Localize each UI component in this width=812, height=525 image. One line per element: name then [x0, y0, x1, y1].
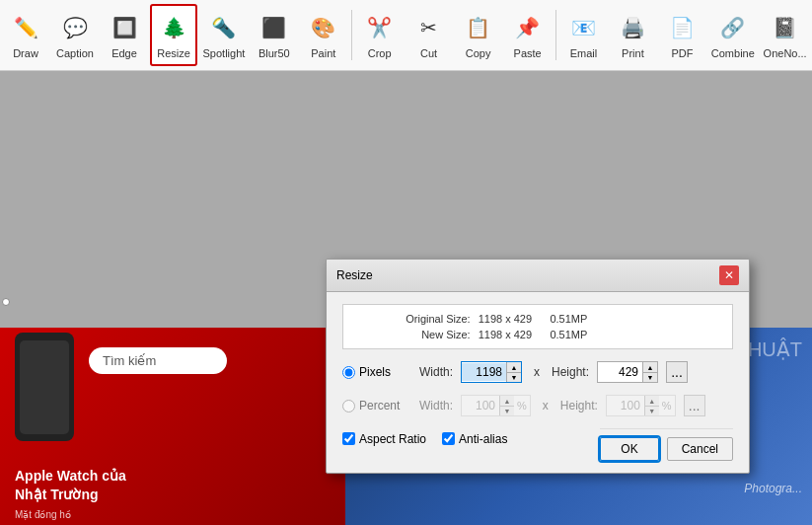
toolbar-item-pdf[interactable]: 📄 PDF — [658, 4, 705, 66]
percent-height-spin: ▲ ▼ % — [606, 395, 676, 416]
toolbar-label-crop: Crop — [368, 47, 392, 59]
height-input[interactable] — [598, 363, 642, 381]
toolbar-label-resize: Resize — [157, 47, 190, 59]
pixels-radio[interactable] — [342, 366, 355, 379]
toolbar-label-edge: Edge — [111, 47, 137, 59]
toolbar-item-blur50[interactable]: ⬛ Blur50 — [251, 4, 298, 66]
toolbar-item-draw[interactable]: ✏️ Draw — [2, 4, 49, 66]
pixels-dots-button[interactable]: ... — [666, 361, 688, 383]
anti-alias-text: Anti-alias — [459, 432, 507, 446]
dialog-body: Original Size: 1198 x 429 0.51MP New Siz… — [327, 292, 749, 473]
dialog-overlay: Resize ✕ Original Size: 1198 x 429 0.51M… — [0, 71, 812, 525]
width-spin-down[interactable]: ▼ — [507, 372, 521, 382]
separator-1 — [351, 10, 352, 60]
dialog-footer: OK Cancel — [600, 428, 733, 461]
percent-unit-1: % — [514, 400, 530, 412]
toolbar-item-paint[interactable]: 🎨 Paint — [300, 4, 347, 66]
toolbar-item-email[interactable]: 📧 Email — [559, 4, 607, 66]
percent-height-input — [607, 397, 644, 414]
percent-width-spin-buttons: ▲ ▼ — [499, 396, 514, 415]
percent-width-input — [462, 397, 499, 414]
pixels-label: Pixels — [359, 365, 391, 379]
toolbar-item-onenote[interactable]: 📓 OneNo... — [760, 4, 810, 66]
toolbar-label-draw: Draw — [13, 47, 38, 59]
height-spin-up[interactable]: ▲ — [643, 362, 657, 372]
toolbar-label-onenote: OneNo... — [764, 47, 807, 59]
toolbar-item-spotlight[interactable]: 🔦 Spotlight — [199, 4, 249, 66]
spotlight-icon: 🔦 — [208, 12, 240, 43]
info-section: Original Size: 1198 x 429 0.51MP New Siz… — [342, 304, 733, 349]
height-spin-down[interactable]: ▼ — [643, 372, 657, 382]
width-spin-up[interactable]: ▲ — [507, 362, 521, 372]
toolbar-label-caption: Caption — [56, 47, 94, 59]
separator-2 — [555, 10, 556, 60]
toolbar-item-combine[interactable]: 🔗 Combine — [707, 4, 758, 66]
onenote-icon: 📓 — [770, 12, 801, 43]
x-separator: x — [534, 365, 540, 379]
width-input[interactable] — [462, 363, 506, 381]
dialog-close-button[interactable]: ✕ — [719, 265, 739, 285]
toolbar-item-print[interactable]: 🖨️ Print — [609, 4, 656, 66]
toolbar-item-cut[interactable]: ✂ Cut — [406, 4, 453, 66]
percent-radio[interactable] — [342, 400, 355, 412]
toolbar-item-resize[interactable]: 🌲 Resize — [150, 4, 197, 66]
toolbar-label-copy: Copy — [466, 47, 491, 59]
percent-height-spin-up: ▲ — [645, 396, 659, 406]
toolbar-item-copy[interactable]: 📋 Copy — [455, 4, 502, 66]
resize-icon: 🌲 — [158, 12, 189, 43]
percent-unit-2: % — [659, 400, 675, 412]
canvas-area: Tìm kiếm Apple Watch củaNhật Trường Mặt … — [0, 71, 812, 525]
cancel-button[interactable]: Cancel — [667, 437, 733, 461]
height-label: Height: — [552, 365, 589, 379]
pixels-row: Pixels Width: ▲ ▼ x Height: — [342, 361, 733, 383]
dialog-title-bar: Resize ✕ — [327, 260, 749, 292]
percent-width-spin: ▲ ▼ % — [461, 395, 531, 416]
toolbar-label-combine: Combine — [711, 47, 755, 59]
blur50-icon: ⬛ — [258, 12, 290, 43]
width-spin-buttons: ▲ ▼ — [506, 362, 521, 382]
pdf-icon: 📄 — [666, 12, 698, 43]
paint-icon: 🎨 — [308, 12, 339, 43]
pixels-radio-label[interactable]: Pixels — [342, 365, 411, 379]
edge-icon: 🔲 — [109, 12, 140, 43]
anti-alias-checkbox[interactable] — [442, 432, 455, 445]
height-spin: ▲ ▼ — [597, 361, 658, 383]
toolbar-item-edge[interactable]: 🔲 Edge — [101, 4, 148, 66]
toolbar-label-cut: Cut — [420, 47, 437, 59]
percent-width-spin-up: ▲ — [500, 396, 514, 406]
height-spin-buttons: ▲ ▼ — [642, 362, 657, 382]
anti-alias-label[interactable]: Anti-alias — [442, 432, 507, 446]
checkbox-section: Aspect Ratio Anti-alias — [342, 432, 507, 446]
percent-height-spin-buttons: ▲ ▼ — [644, 396, 659, 415]
aspect-ratio-text: Aspect Ratio — [359, 432, 426, 446]
toolbar-item-paste[interactable]: 📌 Paste — [504, 4, 552, 66]
original-size-value: 1198 x 429 0.51MP — [479, 313, 716, 325]
toolbar-label-spotlight: Spotlight — [203, 47, 246, 59]
caption-icon: 💬 — [59, 12, 91, 43]
original-size-label: Original Size: — [359, 313, 479, 325]
aspect-ratio-label[interactable]: Aspect Ratio — [342, 432, 426, 446]
percent-radio-label[interactable]: Percent — [342, 399, 411, 412]
ok-button[interactable]: OK — [600, 437, 658, 461]
toolbar-item-caption[interactable]: 💬 Caption — [51, 4, 99, 66]
draw-icon: ✏️ — [10, 12, 41, 43]
resize-dialog: Resize ✕ Original Size: 1198 x 429 0.51M… — [326, 259, 750, 474]
new-size-value: 1198 x 429 0.51MP — [479, 329, 716, 340]
toolbar-label-blur50: Blur50 — [258, 47, 290, 59]
crop-icon: ✂️ — [364, 12, 396, 43]
width-spin: ▲ ▼ — [461, 361, 522, 383]
aspect-ratio-checkbox[interactable] — [342, 432, 355, 445]
email-icon: 📧 — [567, 12, 599, 43]
percent-width-label: Width: — [419, 399, 453, 412]
percent-dots-button[interactable]: ... — [684, 395, 705, 416]
percent-width-spin-down: ▼ — [500, 406, 514, 415]
percent-height-label: Height: — [560, 399, 598, 412]
toolbar-label-pdf: PDF — [671, 47, 693, 59]
percent-x-separator: x — [543, 399, 549, 412]
new-size-label: New Size: — [359, 329, 479, 340]
cut-icon: ✂ — [413, 12, 445, 43]
toolbar-label-paste: Paste — [514, 47, 542, 59]
percent-label: Percent — [359, 399, 400, 412]
toolbar-item-crop[interactable]: ✂️ Crop — [356, 4, 404, 66]
dialog-title: Resize — [336, 268, 373, 282]
